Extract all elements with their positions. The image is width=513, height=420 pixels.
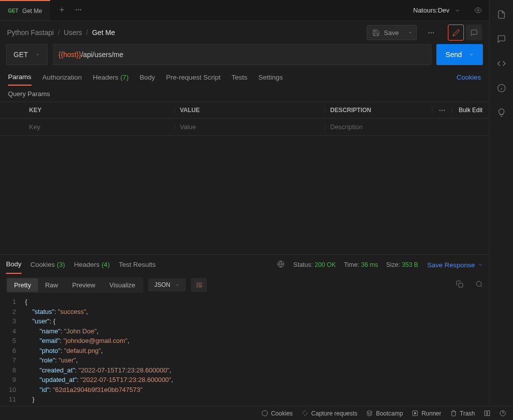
footer-cookies[interactable]: Cookies bbox=[262, 410, 293, 417]
chevron-down-icon bbox=[469, 52, 474, 57]
resp-tab-headers[interactable]: Headers (4) bbox=[74, 257, 110, 273]
footer-help-button[interactable] bbox=[499, 410, 506, 416]
save-button[interactable]: Save bbox=[367, 25, 404, 40]
comment-mode-button[interactable] bbox=[466, 25, 482, 41]
footer-panes-button[interactable] bbox=[484, 410, 490, 416]
tab-authorization[interactable]: Authorization bbox=[43, 70, 82, 85]
view-preview[interactable]: Preview bbox=[65, 278, 102, 292]
svg-point-5 bbox=[430, 32, 431, 33]
send-button[interactable]: Send bbox=[436, 44, 483, 65]
view-visualize[interactable]: Visualize bbox=[102, 278, 142, 292]
wrap-lines-button[interactable] bbox=[191, 278, 207, 292]
format-selector[interactable]: JSON bbox=[148, 278, 186, 291]
comments-icon[interactable] bbox=[497, 35, 506, 45]
svg-point-7 bbox=[439, 110, 440, 111]
footer-trash[interactable]: Trash bbox=[450, 410, 475, 417]
code-icon[interactable] bbox=[497, 59, 506, 70]
param-row-empty[interactable]: Key Value Description bbox=[0, 119, 489, 136]
view-raw[interactable]: Raw bbox=[38, 278, 65, 292]
lightbulb-icon[interactable] bbox=[497, 108, 506, 119]
tab-method: GET bbox=[8, 8, 19, 14]
resp-tab-body[interactable]: Body bbox=[6, 256, 22, 274]
tab-title: Get Me bbox=[23, 8, 42, 15]
more-actions-button[interactable] bbox=[423, 25, 439, 41]
copy-response-button[interactable] bbox=[456, 280, 463, 289]
param-desc-input[interactable]: Description bbox=[325, 123, 432, 131]
search-response-button[interactable] bbox=[475, 280, 483, 289]
svg-rect-15 bbox=[485, 411, 487, 416]
svg-rect-11 bbox=[459, 283, 463, 287]
bulk-edit-button[interactable]: Bulk Edit bbox=[452, 107, 489, 114]
http-method-selector[interactable]: GET bbox=[6, 44, 48, 65]
network-icon[interactable] bbox=[277, 260, 285, 269]
col-key: KEY bbox=[24, 107, 174, 114]
footer-runner[interactable]: Runner bbox=[412, 410, 441, 417]
url-input[interactable]: {{host}}/api/users/me bbox=[53, 44, 432, 65]
documentation-icon[interactable] bbox=[497, 10, 506, 21]
tab-bar: GET Get Me Natours:Dev bbox=[0, 0, 489, 21]
query-params-title: Query Params bbox=[0, 86, 489, 102]
environment-selector[interactable]: Natours:Dev bbox=[406, 0, 467, 21]
environment-name: Natours:Dev bbox=[413, 7, 449, 14]
svg-point-3 bbox=[477, 10, 479, 12]
svg-point-8 bbox=[442, 110, 443, 111]
resp-tab-test-results[interactable]: Test Results bbox=[119, 257, 156, 273]
col-description: DESCRIPTION bbox=[325, 107, 432, 114]
response-meta: Status: 200 OK Time: 36 ms Size: 353 B bbox=[294, 261, 418, 268]
params-table-header: KEY VALUE DESCRIPTION Bulk Edit bbox=[0, 102, 489, 119]
chevron-down-icon bbox=[35, 52, 40, 57]
tab-body[interactable]: Body bbox=[140, 70, 155, 85]
footer-capture[interactable]: Capture requests bbox=[302, 410, 357, 417]
view-pretty[interactable]: Pretty bbox=[7, 278, 38, 292]
preview-environment-button[interactable] bbox=[467, 0, 489, 21]
svg-point-2 bbox=[80, 9, 81, 10]
tab-headers[interactable]: Headers (7) bbox=[93, 70, 128, 85]
svg-point-4 bbox=[428, 32, 429, 33]
svg-point-12 bbox=[476, 281, 481, 286]
breadcrumb-folder[interactable]: Users bbox=[64, 29, 82, 37]
response-body-viewer[interactable]: 1{2 "status": "success",3 "user": {4 "na… bbox=[0, 295, 489, 420]
svg-point-9 bbox=[444, 110, 445, 111]
resp-tab-cookies[interactable]: Cookies (3) bbox=[31, 257, 65, 273]
tab-tests[interactable]: Tests bbox=[231, 70, 247, 85]
save-dropdown[interactable] bbox=[404, 25, 417, 40]
request-tab[interactable]: GET Get Me bbox=[0, 0, 50, 21]
svg-point-6 bbox=[433, 32, 434, 33]
tab-options-button[interactable] bbox=[75, 6, 82, 15]
cookies-link[interactable]: Cookies bbox=[456, 74, 481, 81]
svg-rect-16 bbox=[488, 411, 490, 416]
tab-params[interactable]: Params bbox=[8, 69, 32, 86]
edit-mode-button[interactable] bbox=[448, 25, 464, 41]
tab-prerequest[interactable]: Pre-request Script bbox=[166, 70, 220, 85]
info-icon[interactable] bbox=[497, 84, 506, 94]
new-tab-button[interactable] bbox=[58, 6, 66, 15]
status-bar: Cookies Capture requests Bootcamp Runner… bbox=[0, 406, 513, 420]
col-value: VALUE bbox=[174, 107, 325, 114]
breadcrumb-request: Get Me bbox=[92, 29, 115, 37]
chevron-down-icon bbox=[454, 8, 460, 14]
svg-point-0 bbox=[76, 9, 77, 10]
breadcrumb-collection[interactable]: Python Fastapi bbox=[7, 29, 54, 37]
right-sidebar bbox=[489, 0, 513, 420]
tab-settings[interactable]: Settings bbox=[259, 70, 283, 85]
param-key-input[interactable]: Key bbox=[24, 123, 174, 131]
svg-point-17 bbox=[500, 410, 505, 416]
svg-point-13 bbox=[262, 410, 268, 416]
breadcrumb: Python Fastapi / Users / Get Me bbox=[7, 29, 115, 37]
footer-bootcamp[interactable]: Bootcamp bbox=[366, 410, 403, 417]
save-response-button[interactable]: Save Response bbox=[427, 261, 483, 269]
column-options-button[interactable] bbox=[432, 107, 452, 114]
svg-point-1 bbox=[78, 9, 79, 10]
param-value-input[interactable]: Value bbox=[174, 123, 325, 131]
